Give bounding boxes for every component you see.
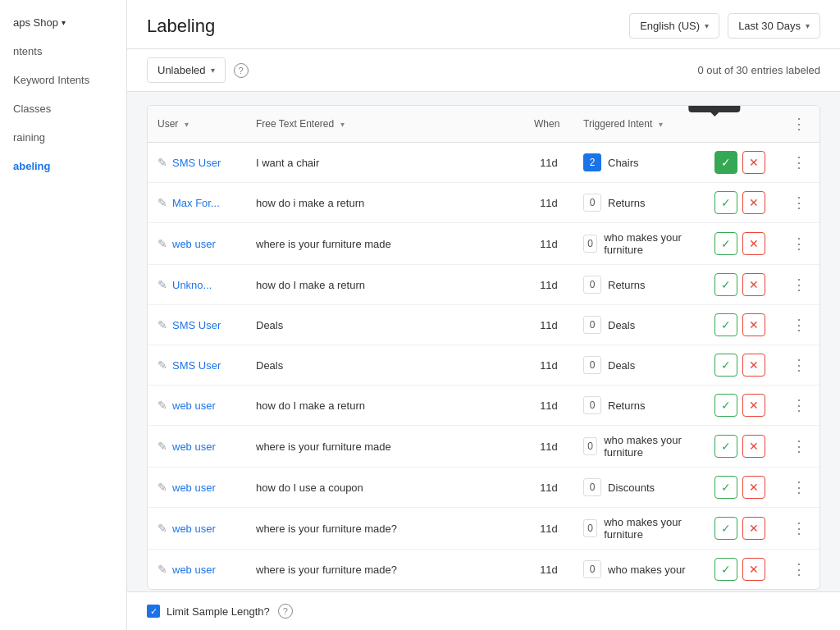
- intent-text-8: Discounts: [608, 482, 655, 494]
- intent-text-10: who makes your: [608, 564, 686, 576]
- row-more-icon-2[interactable]: ⋮: [788, 232, 810, 255]
- intent-cell-8: 0 Discounts: [573, 468, 705, 508]
- intent-badge-0: 2: [583, 153, 601, 171]
- table-row: ✎ SMS User Deals 📋 11d 0 Deals ✓ ✕ ⋮: [148, 345, 819, 386]
- sidebar-item-training-label: raining: [13, 131, 45, 144]
- user-link-10[interactable]: web user: [172, 564, 216, 576]
- user-cell-5: ✎ SMS User: [148, 345, 246, 386]
- col-header-text: Free Text Entered ▾: [246, 106, 524, 143]
- user-link-5[interactable]: SMS User: [172, 359, 221, 372]
- filter-chevron-icon: ▾: [211, 66, 215, 75]
- limit-sample-label[interactable]: ✓ Limit Sample Length?: [147, 605, 270, 618]
- check-button-10[interactable]: ✓: [714, 558, 737, 581]
- intent-cell-10: 0 who makes your: [573, 550, 705, 589]
- user-icon-1: ✎: [158, 196, 167, 209]
- when-cell-5: 11d: [524, 345, 573, 386]
- x-button-4[interactable]: ✕: [742, 313, 765, 336]
- table-row: ✎ web user where is your furniture made?…: [148, 508, 819, 550]
- intent-text-7: who makes your furniture: [604, 434, 695, 459]
- row-more-icon-9[interactable]: ⋮: [788, 517, 810, 540]
- row-more-icon-3[interactable]: ⋮: [788, 273, 810, 296]
- x-button-8[interactable]: ✕: [742, 476, 765, 499]
- x-button-6[interactable]: ✕: [742, 394, 765, 417]
- x-button-1[interactable]: ✕: [742, 191, 765, 214]
- user-icon-7: ✎: [158, 440, 167, 453]
- row-more-icon-6[interactable]: ⋮: [788, 394, 810, 417]
- user-icon-2: ✎: [158, 237, 167, 250]
- x-button-3[interactable]: ✕: [742, 273, 765, 296]
- col-header-correct: Correct: [705, 106, 778, 143]
- sidebar-item-intents[interactable]: ntents: [0, 37, 126, 66]
- check-button-9[interactable]: ✓: [714, 517, 737, 540]
- row-more-icon-4[interactable]: ⋮: [788, 313, 810, 336]
- check-button-6[interactable]: ✓: [714, 394, 737, 417]
- table-row: ✎ web user how do I use a coupon 📋 11d 0…: [148, 468, 819, 508]
- intent-cell-5: 0 Deals: [573, 345, 705, 386]
- toolbar-help-icon[interactable]: ?: [234, 63, 249, 78]
- x-button-5[interactable]: ✕: [742, 354, 765, 377]
- table-more-icon[interactable]: ⋮: [788, 112, 810, 135]
- row-more-icon-1[interactable]: ⋮: [788, 191, 810, 214]
- sidebar-item-keyword-intents[interactable]: Keyword Intents: [0, 66, 126, 94]
- sidebar-item-classes[interactable]: Classes: [0, 94, 126, 123]
- check-button-5[interactable]: ✓: [714, 354, 737, 377]
- date-range-label: Last 30 Days: [738, 20, 801, 32]
- sidebar-item-labeling[interactable]: abeling: [0, 152, 126, 180]
- check-button-3[interactable]: ✓: [714, 273, 737, 296]
- x-button-2[interactable]: ✕: [742, 232, 765, 255]
- when-cell-7: 11d: [524, 426, 573, 468]
- check-button-8[interactable]: ✓: [714, 476, 737, 499]
- intent-badge-9: 0: [583, 519, 597, 537]
- user-link-6[interactable]: web user: [172, 399, 216, 412]
- row-more-icon-0[interactable]: ⋮: [788, 151, 810, 174]
- x-button-9[interactable]: ✕: [742, 517, 765, 540]
- sidebar-item-training[interactable]: raining: [0, 123, 126, 152]
- check-button-1[interactable]: ✓: [714, 191, 737, 214]
- more-cell-0: ⋮: [778, 143, 819, 183]
- check-button-4[interactable]: ✓: [714, 313, 737, 336]
- action-cell-0: ✓ ✕: [705, 143, 778, 183]
- user-link-2[interactable]: web user: [172, 238, 216, 250]
- user-link-1[interactable]: Max For...: [172, 197, 220, 209]
- intent-cell-2: 0 who makes your furniture: [573, 223, 705, 265]
- user-link-4[interactable]: SMS User: [172, 319, 221, 331]
- check-button-7[interactable]: ✓: [714, 435, 737, 458]
- x-button-7[interactable]: ✕: [742, 435, 765, 458]
- page-footer: ✓ Limit Sample Length? ?: [127, 591, 840, 630]
- row-more-icon-7[interactable]: ⋮: [788, 435, 810, 458]
- row-more-icon-5[interactable]: ⋮: [788, 354, 810, 377]
- user-link-9[interactable]: web user: [172, 523, 216, 535]
- filter-dropdown[interactable]: Unlabeled ▾: [147, 57, 226, 83]
- intent-filter-icon[interactable]: ▾: [659, 120, 663, 129]
- text-cell-8: how do I use a coupon 📋: [246, 468, 524, 508]
- more-cell-10: ⋮: [778, 550, 819, 589]
- row-more-icon-10[interactable]: ⋮: [788, 558, 810, 581]
- check-button-0[interactable]: ✓: [714, 151, 737, 174]
- language-dropdown[interactable]: English (US) ▾: [629, 13, 719, 39]
- user-cell-7: ✎ web user: [148, 426, 246, 468]
- row-more-icon-8[interactable]: ⋮: [788, 476, 810, 499]
- text-value-0: I want a chair: [256, 157, 319, 169]
- intent-cell-0: 2 Chairs: [573, 143, 705, 183]
- x-button-10[interactable]: ✕: [742, 558, 765, 581]
- col-header-intent: Triggered Intent ▾: [573, 106, 705, 143]
- x-button-0[interactable]: ✕: [742, 151, 765, 174]
- toolbar-left: Unlabeled ▾ ?: [147, 57, 249, 83]
- text-filter-icon[interactable]: ▾: [340, 120, 345, 129]
- user-link-0[interactable]: SMS User: [172, 157, 221, 169]
- user-link-7[interactable]: web user: [172, 441, 216, 453]
- limit-sample-checkbox[interactable]: ✓: [147, 605, 160, 618]
- footer-help-icon[interactable]: ?: [278, 604, 293, 619]
- page-header: Labeling English (US) ▾ Last 30 Days ▾: [127, 0, 840, 49]
- user-link-3[interactable]: Unkno...: [172, 279, 212, 291]
- intent-text-1: Returns: [608, 197, 646, 209]
- intent-text-0: Chairs: [608, 157, 639, 169]
- date-range-dropdown[interactable]: Last 30 Days ▾: [728, 13, 820, 39]
- user-link-8[interactable]: web user: [172, 482, 216, 494]
- text-value-10: where is your furniture made?: [256, 564, 397, 576]
- check-button-2[interactable]: ✓: [714, 232, 737, 255]
- user-cell-1: ✎ Max For...: [148, 183, 246, 223]
- sidebar-title[interactable]: aps Shop ▾: [0, 8, 126, 37]
- sidebar-app-name: aps Shop: [13, 16, 58, 29]
- user-filter-icon[interactable]: ▾: [185, 120, 189, 129]
